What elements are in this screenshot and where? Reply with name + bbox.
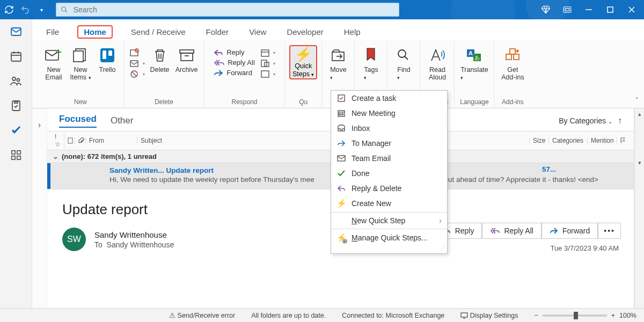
sync-icon[interactable] xyxy=(4,5,14,14)
junk-mini-icon[interactable]: ▾ xyxy=(130,70,145,78)
search-input[interactable] xyxy=(73,5,394,14)
from-column[interactable]: From xyxy=(86,137,137,144)
zoom-out-icon[interactable]: − xyxy=(534,312,538,319)
meeting-reply-icon[interactable]: ▾ xyxy=(260,48,275,57)
todo-icon[interactable] xyxy=(9,123,23,137)
bolt-icon: ⚡ xyxy=(295,47,312,61)
menu-view[interactable]: View xyxy=(247,26,268,38)
menu-send-receive[interactable]: Send / Receive xyxy=(129,26,188,38)
folder-pane-expand[interactable]: › xyxy=(32,108,47,308)
svg-point-57 xyxy=(342,114,343,115)
menu-file[interactable]: File xyxy=(44,26,61,38)
qs-new-quick-step[interactable]: New Quick Step› xyxy=(331,214,447,228)
tags-button[interactable]: Tags▾ xyxy=(359,45,383,81)
minimize-icon[interactable] xyxy=(584,5,594,14)
arrange-by-button[interactable]: By Categories ⌄ xyxy=(559,116,612,125)
scrollbar[interactable]: ▴ ▾ xyxy=(634,108,644,308)
maximize-icon[interactable] xyxy=(605,5,615,14)
reading-forward-button[interactable]: Forward xyxy=(541,223,598,239)
reading-more-button[interactable]: ••• xyxy=(598,223,621,239)
cleanup-mini-icon[interactable]: ▾ xyxy=(130,59,145,68)
qs-create-task[interactable]: Create a task xyxy=(331,91,447,106)
reply-all-button[interactable]: Reply All xyxy=(214,58,255,67)
archive-button[interactable]: Archive xyxy=(175,45,199,74)
premium-icon[interactable] xyxy=(541,5,551,14)
sort-direction-icon[interactable]: ↑ xyxy=(618,116,622,126)
create-new-icon: ⚡ xyxy=(336,199,346,208)
scroll-down-icon[interactable]: ▾ xyxy=(638,159,641,166)
send-receive-error[interactable]: ⚠ Send/Receive error xyxy=(169,311,235,319)
qs-done[interactable]: Done xyxy=(331,166,447,181)
read-aloud-icon xyxy=(428,46,447,64)
new-email-button[interactable]: NewEmail xyxy=(42,45,65,81)
respond-buttons: Reply Reply All Forward xyxy=(214,45,255,77)
mention-column[interactable]: Mention xyxy=(588,137,617,144)
new-items-button[interactable]: NewItems ▾ xyxy=(69,45,92,81)
qs-to-manager[interactable]: To Manager xyxy=(331,136,447,151)
display-settings-button[interactable]: Display Settings xyxy=(460,312,518,319)
importance-column-icon[interactable]: !☆ xyxy=(52,133,64,148)
resize-grip-icon[interactable]: ⋰ xyxy=(331,245,447,253)
qat-dropdown-icon[interactable]: ▾ xyxy=(36,5,46,14)
scroll-up-icon[interactable]: ▴ xyxy=(638,111,641,118)
qs-new-meeting[interactable]: New Meeting xyxy=(331,106,447,121)
quick-steps-button[interactable]: ⚡ QuickSteps ▾ xyxy=(289,45,317,79)
svg-rect-25 xyxy=(103,50,106,59)
qs-create-new[interactable]: ⚡Create New xyxy=(331,196,447,211)
translate-button[interactable]: Aあ Translate▾ xyxy=(460,45,488,81)
archive-icon xyxy=(178,46,196,64)
move-button[interactable]: Move▾ xyxy=(326,45,350,81)
svg-rect-24 xyxy=(100,48,114,62)
more-apps-icon[interactable] xyxy=(9,148,23,162)
monitor-icon xyxy=(460,312,468,319)
trello-button[interactable]: Trello xyxy=(96,45,119,74)
qs-inbox[interactable]: Inbox xyxy=(331,121,447,136)
svg-rect-58 xyxy=(338,156,345,161)
reply-button[interactable]: Reply xyxy=(214,48,255,56)
reading-reply-all-button[interactable]: Reply All xyxy=(482,223,541,239)
coming-soon-icon[interactable] xyxy=(562,5,572,14)
delete-button[interactable]: Delete xyxy=(148,45,172,74)
svg-rect-15 xyxy=(11,151,14,154)
read-aloud-button[interactable]: ReadAloud xyxy=(426,45,449,81)
svg-text:あ: あ xyxy=(474,55,480,61)
find-label: Find▾ xyxy=(397,66,410,81)
zoom-in-icon[interactable]: + xyxy=(611,312,615,319)
menu-home[interactable]: Home xyxy=(77,25,113,39)
attachment-column-icon[interactable] xyxy=(75,137,86,144)
menu-developer[interactable]: Developer xyxy=(284,26,325,38)
flag-column-icon[interactable] xyxy=(617,137,630,144)
share-teams-icon[interactable]: ▾ xyxy=(260,59,275,68)
size-column[interactable]: Size xyxy=(530,137,549,144)
new-items-label: NewItems ▾ xyxy=(70,66,91,81)
reminder-column-icon[interactable] xyxy=(64,137,75,144)
search-box[interactable] xyxy=(56,3,399,17)
calendar-icon[interactable] xyxy=(9,49,23,63)
svg-point-42 xyxy=(398,50,406,57)
qs-manage[interactable]: ⚡Manage Quick Steps... xyxy=(331,230,447,245)
collapse-ribbon-icon[interactable]: ˄ xyxy=(635,96,639,105)
find-button[interactable]: Find▾ xyxy=(392,45,415,81)
close-icon[interactable] xyxy=(627,5,636,14)
svg-rect-36 xyxy=(261,50,269,56)
categories-column[interactable]: Categories xyxy=(549,137,588,144)
menu-help[interactable]: Help xyxy=(342,26,363,38)
people-icon[interactable] xyxy=(9,74,23,88)
qs-team-email[interactable]: Team Email xyxy=(331,151,447,166)
trello-icon xyxy=(98,46,116,64)
more-respond-icon[interactable]: ▾ xyxy=(260,70,275,78)
meeting-icon xyxy=(336,108,346,118)
mail-icon[interactable] xyxy=(9,25,23,39)
zoom-slider[interactable]: − + 100% xyxy=(534,312,636,319)
tasks-icon[interactable] xyxy=(9,99,23,113)
ignore-mini-icon[interactable] xyxy=(130,48,145,57)
tab-focused[interactable]: Focused xyxy=(59,114,97,128)
status-bar: ⚠ Send/Receive error All folders are up … xyxy=(0,308,644,322)
group-language-label: Language xyxy=(460,97,488,108)
get-addins-button[interactable]: GetAdd-ins xyxy=(501,45,524,81)
tab-other[interactable]: Other xyxy=(111,115,134,126)
qs-reply-delete[interactable]: Reply & Delete xyxy=(331,181,447,196)
undo-icon[interactable] xyxy=(20,5,30,14)
menu-folder[interactable]: Folder xyxy=(204,26,231,38)
forward-button[interactable]: Forward xyxy=(214,69,255,77)
